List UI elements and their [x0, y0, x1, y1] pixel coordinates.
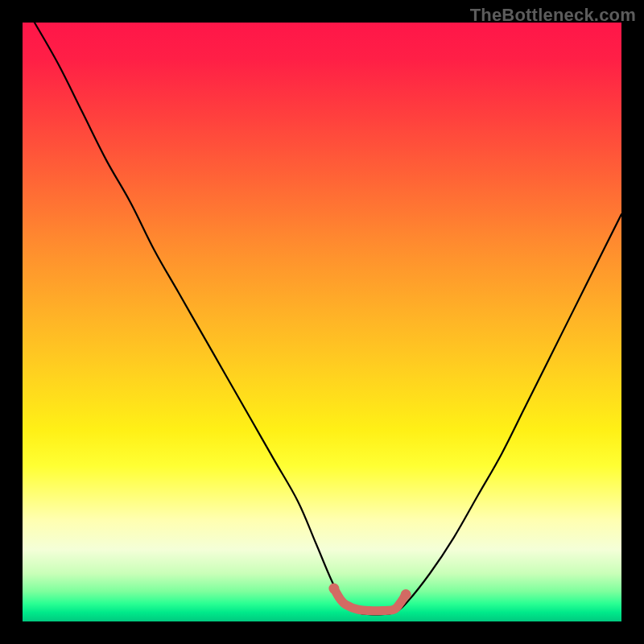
watermark-text: TheBottleneck.com [470, 5, 636, 26]
optimal-endpoint-dot [328, 584, 339, 594]
chart-frame: TheBottleneck.com [0, 0, 644, 644]
bottleneck-curve [35, 23, 621, 614]
optimal-endpoint-dot [401, 589, 411, 600]
plot-area [23, 23, 621, 621]
curve-layer [23, 23, 621, 621]
optimal-region-marker [334, 588, 406, 611]
